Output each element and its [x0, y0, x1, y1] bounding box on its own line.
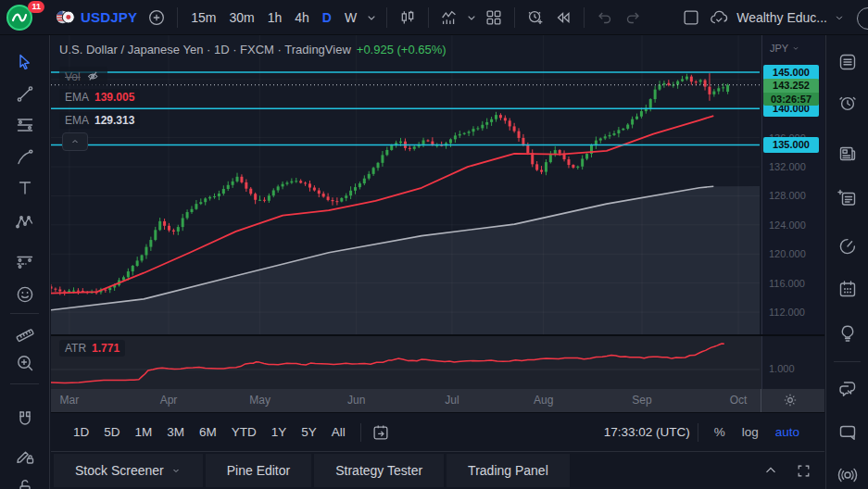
range-6m[interactable]: 6M: [192, 425, 224, 439]
trend-line-icon[interactable]: [8, 79, 42, 110]
projection-icon[interactable]: [8, 245, 42, 277]
range-toolbar: 1D5D1M3M6MYTD1Y5YAll 17:33:02 (UTC) % lo…: [51, 412, 824, 451]
range-1y[interactable]: 1Y: [264, 425, 295, 439]
range-1m[interactable]: 1M: [128, 425, 160, 439]
price-axis[interactable]: JPY 136.000132.000128.000124.000120.0001…: [761, 35, 824, 334]
axis-settings-gear-icon[interactable]: [781, 391, 801, 411]
atr-pane[interactable]: ATR 1.771 1.000: [51, 336, 824, 389]
panel-expand-chevron-icon[interactable]: [762, 462, 779, 479]
tab-strategy-tester[interactable]: Strategy Tester: [314, 454, 444, 487]
range-5y[interactable]: 5Y: [294, 425, 324, 439]
fib-retracement-icon[interactable]: [8, 109, 42, 141]
app-logo[interactable]: 11: [6, 4, 37, 31]
ema-slow-legend-row[interactable]: EMA 129.313: [59, 112, 140, 129]
interval-30m[interactable]: 30m: [222, 4, 260, 31]
drawing-toolbar: [0, 35, 50, 489]
price-tick: 128.000: [769, 190, 806, 201]
main-chart-pane[interactable]: U.S. Dollar / Japanese Yen · 1D · FXCM ·…: [51, 35, 824, 334]
layout-grid-icon[interactable]: [480, 4, 508, 31]
save-layout-square-icon[interactable]: [677, 4, 705, 31]
volume-label: Vol: [65, 70, 81, 83]
lock-open-icon[interactable]: [8, 471, 42, 489]
range-1d[interactable]: 1D: [66, 425, 96, 439]
private-chat-icon[interactable]: [831, 416, 864, 449]
atr-legend-row[interactable]: ATR 1.771: [59, 340, 125, 357]
eye-slash-icon[interactable]: [86, 69, 102, 84]
price-axis-currency[interactable]: JPY: [770, 43, 800, 54]
account-avatar[interactable]: [855, 4, 868, 31]
month-label-jul: Jul: [445, 394, 459, 407]
tab-pine-editor[interactable]: Pine Editor: [206, 454, 311, 487]
log-scale-button[interactable]: log: [734, 425, 767, 439]
sidebar-divider: [834, 361, 861, 362]
ruler-icon[interactable]: [8, 320, 42, 351]
month-label-sep: Sep: [632, 394, 651, 407]
month-label-apr: Apr: [160, 394, 178, 407]
tab-trading-panel[interactable]: Trading Panel: [447, 454, 570, 487]
magnet-icon[interactable]: [8, 404, 42, 435]
bar-replay-icon[interactable]: [549, 4, 577, 31]
cursor-icon[interactable]: [8, 47, 42, 79]
chart-title-row[interactable]: U.S. Dollar / Japanese Yen · 1D · FXCM ·…: [59, 43, 447, 56]
drawing-lock-icon[interactable]: [8, 440, 42, 471]
ideas-icon[interactable]: [831, 317, 864, 350]
atr-axis[interactable]: 1.000: [761, 336, 824, 389]
news-icon[interactable]: [831, 137, 864, 170]
tab-label: Trading Panel: [468, 463, 548, 478]
indicators-icon[interactable]: [435, 4, 463, 31]
time-axis[interactable]: MarAprMayJunJulAugSepOct: [51, 389, 824, 412]
chart-style-icon[interactable]: [394, 4, 421, 31]
alerts-icon[interactable]: [831, 86, 864, 119]
tradingview-app: 11 USDJPY 15m30m1h4hDW: [0, 0, 868, 489]
range-ytd[interactable]: YTD: [224, 425, 264, 439]
currency-chevron-icon: [791, 44, 800, 53]
interval-w[interactable]: W: [338, 4, 363, 31]
text-icon[interactable]: [8, 172, 42, 204]
interval-d[interactable]: D: [316, 4, 338, 31]
watchlist-icon[interactable]: [831, 45, 864, 79]
interval-15m[interactable]: 15m: [184, 4, 222, 31]
emoji-icon[interactable]: [8, 279, 42, 310]
compare-add-icon[interactable]: [143, 4, 170, 31]
calendar-icon[interactable]: [831, 272, 864, 306]
xabcd-pattern-icon[interactable]: [8, 207, 42, 238]
tab-stock-screener[interactable]: Stock Screener: [54, 454, 203, 487]
ema-fast-legend-row[interactable]: EMA 139.005: [59, 89, 140, 106]
indicators-chevron-icon[interactable]: [463, 4, 480, 31]
public-chat-icon[interactable]: [831, 372, 864, 406]
volume-legend-row[interactable]: Vol: [59, 67, 107, 86]
server-clock[interactable]: 17:33:02 (UTC): [604, 425, 690, 439]
fullscreen-icon[interactable]: [796, 463, 811, 479]
collapse-legend-button[interactable]: [62, 132, 88, 151]
data-window-icon[interactable]: [831, 182, 864, 215]
range-all[interactable]: All: [324, 425, 353, 439]
notifications-icon[interactable]: [831, 458, 864, 489]
interval-4h[interactable]: 4h: [288, 4, 316, 31]
interval-1h[interactable]: 1h: [261, 4, 289, 31]
toolbar-divider: [10, 383, 39, 384]
layout-name: Wealthy Educ...: [736, 10, 827, 25]
atr-plot[interactable]: [51, 336, 761, 389]
range-5d[interactable]: 5D: [96, 425, 127, 439]
redo-icon[interactable]: [619, 4, 647, 31]
atr-value: 1.771: [92, 342, 120, 355]
auto-scale-button[interactable]: auto: [767, 425, 808, 439]
alert-plus-icon[interactable]: [522, 4, 549, 31]
symbol-name: USDJPY: [81, 9, 137, 25]
price-tick: 116.000: [769, 278, 805, 289]
candlestick-plot[interactable]: [51, 35, 761, 334]
level-price-label: 145.000: [763, 65, 819, 81]
interval-chevron-icon[interactable]: [363, 4, 380, 31]
range-3m[interactable]: 3M: [159, 425, 192, 439]
price-change: +0.925 (+0.65%): [357, 43, 447, 56]
symbol-button[interactable]: USDJPY: [50, 4, 143, 31]
ema-fast-value: 139.005: [94, 91, 134, 104]
undo-icon[interactable]: [591, 4, 619, 31]
zoom-in-icon[interactable]: [8, 347, 42, 379]
hotlists-icon[interactable]: [831, 230, 864, 263]
brush-icon[interactable]: [8, 142, 42, 173]
percent-scale-button[interactable]: %: [706, 425, 734, 439]
usdjpy-flag-icon: [56, 7, 75, 27]
go-to-date-icon[interactable]: [369, 420, 393, 445]
cloud-save-button[interactable]: Wealthy Educ...: [705, 7, 849, 28]
